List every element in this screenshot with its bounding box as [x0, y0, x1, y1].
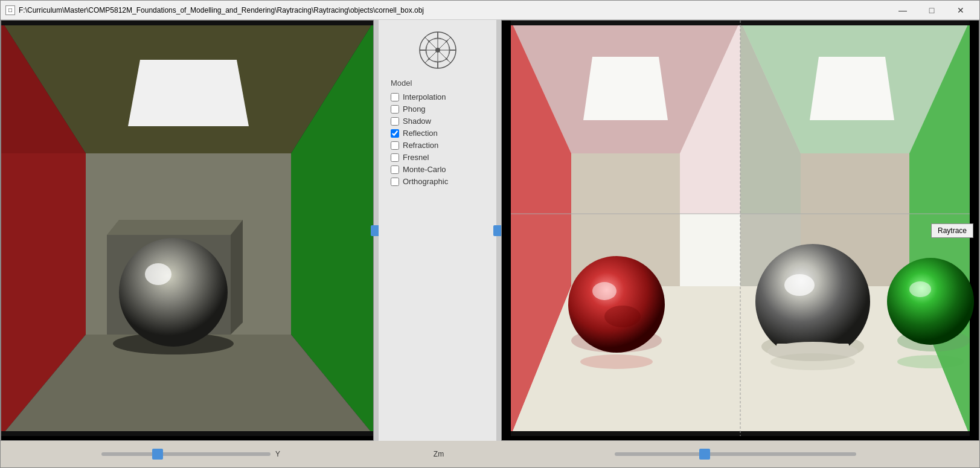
raytrace-button[interactable]: Raytrace	[931, 223, 973, 238]
checkbox-item-reflection[interactable]: Reflection	[391, 129, 496, 138]
svg-point-49	[604, 306, 641, 327]
right-scroll-area	[498, 452, 973, 456]
svg-point-54	[887, 258, 974, 345]
minimize-button[interactable]: —	[889, 1, 917, 19]
svg-rect-53	[777, 344, 849, 353]
title-bar: □ F:\Curriculum\Master\COMP5812M_Foundat…	[1, 1, 979, 20]
left-splitter[interactable]	[374, 20, 379, 441]
checkbox-label-interpolation: Interpolation	[403, 92, 446, 101]
checkbox-orthographic[interactable]	[391, 178, 399, 186]
checkbox-label-phong: Phong	[403, 104, 426, 114]
maximize-button[interactable]: □	[918, 1, 946, 19]
svg-point-48	[592, 282, 617, 300]
svg-point-50	[755, 244, 870, 359]
checkbox-monte_carlo[interactable]	[391, 165, 399, 174]
checkbox-fresnel[interactable]	[391, 153, 399, 162]
bottom-bar: Y Zm	[1, 441, 979, 467]
checkbox-item-orthographic[interactable]: Orthographic	[391, 177, 496, 186]
svg-point-12	[145, 263, 171, 285]
checkbox-label-monte_carlo: Monte-Carlo	[403, 165, 446, 174]
checkbox-item-fresnel[interactable]: Fresnel	[391, 153, 496, 162]
left-scroll-thumb[interactable]	[152, 449, 163, 460]
svg-marker-36	[583, 57, 668, 120]
svg-marker-6	[128, 60, 249, 126]
checkbox-group: InterpolationPhongShadowReflectionRefrac…	[379, 92, 496, 186]
zm-label: Zm	[434, 450, 444, 458]
checkbox-refraction[interactable]	[391, 141, 399, 150]
checkbox-item-interpolation[interactable]: Interpolation	[391, 92, 496, 101]
svg-point-56	[580, 354, 653, 369]
svg-rect-14	[1, 21, 374, 25]
checkbox-item-shadow[interactable]: Shadow	[391, 117, 496, 126]
checkbox-interpolation[interactable]	[391, 93, 399, 101]
left-scroll-track	[101, 452, 271, 456]
svg-marker-9	[231, 220, 243, 335]
checkbox-shadow[interactable]	[391, 117, 399, 126]
main-window: □ F:\Curriculum\Master\COMP5812M_Foundat…	[0, 0, 980, 468]
right-canvas	[501, 20, 979, 441]
right-render	[502, 21, 979, 436]
right-scroll-track	[615, 452, 856, 456]
checkbox-reflection[interactable]	[391, 129, 399, 138]
svg-point-51	[784, 274, 815, 296]
window-title: F:\Curriculum\Master\COMP5812M_Foundatio…	[19, 6, 889, 14]
checkbox-item-monte_carlo[interactable]: Monte-Carlo	[391, 165, 496, 174]
main-content: Model InterpolationPhongShadowReflection…	[1, 20, 979, 441]
left-canvas	[1, 20, 374, 441]
checkbox-label-refraction: Refraction	[403, 141, 438, 150]
left-scroll-area: Y	[7, 450, 380, 458]
svg-marker-8	[107, 220, 243, 235]
wheel-icon	[417, 29, 459, 71]
right-viewport: Raytrace	[501, 20, 979, 441]
left-viewport	[1, 20, 374, 441]
svg-point-57	[770, 353, 855, 370]
checkbox-label-orthographic: Orthographic	[403, 177, 448, 186]
svg-point-11	[119, 238, 228, 347]
right-scroll-thumb[interactable]	[699, 449, 710, 460]
mid-scroll-area: Zm	[380, 450, 498, 458]
svg-marker-37	[810, 57, 894, 120]
svg-point-55	[909, 281, 931, 297]
model-label: Model	[391, 79, 412, 88]
svg-point-58	[897, 355, 964, 368]
checkbox-item-phong[interactable]: Phong	[391, 104, 496, 114]
svg-point-47	[568, 256, 665, 353]
checkbox-phong[interactable]	[391, 105, 399, 114]
middle-panel: Model InterpolationPhongShadowReflection…	[379, 20, 496, 441]
window-controls: — □ ✕	[889, 1, 975, 19]
checkbox-label-fresnel: Fresnel	[403, 153, 429, 162]
svg-rect-15	[1, 431, 374, 436]
checkbox-label-shadow: Shadow	[403, 117, 431, 126]
right-splitter[interactable]	[496, 20, 501, 441]
left-render	[1, 21, 374, 436]
app-icon: □	[5, 5, 15, 15]
checkbox-label-reflection: Reflection	[403, 129, 438, 138]
y-label: Y	[275, 450, 280, 458]
close-button[interactable]: ✕	[947, 1, 975, 19]
checkbox-item-refraction[interactable]: Refraction	[391, 141, 496, 150]
